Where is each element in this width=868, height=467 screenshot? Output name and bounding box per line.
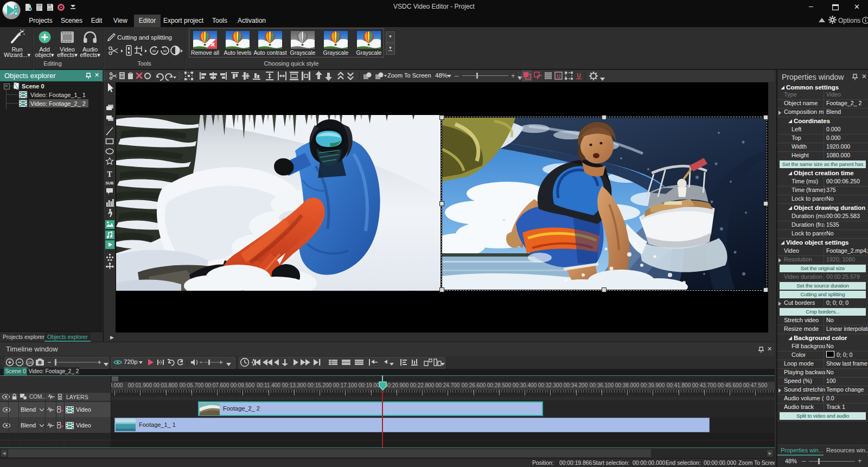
svg-text:90: 90 [152,49,156,53]
svg-text:100: 100 [27,361,33,364]
svg-text:U: U [557,73,560,79]
svg-text:SUB: SUB [106,181,114,185]
svg-text:T: T [107,170,112,178]
svg-text:U: U [577,73,580,79]
svg-text:90: 90 [163,49,167,53]
